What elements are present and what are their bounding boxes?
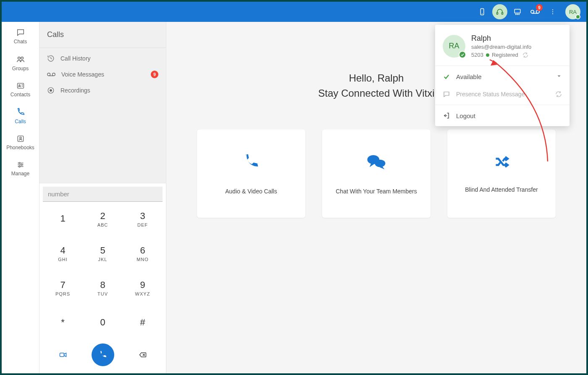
svg-point-12 — [552, 11, 553, 12]
card-chat[interactable]: Chat With Your Team Members — [322, 129, 430, 218]
sidebar-item-contacts[interactable]: Contacts — [2, 76, 39, 102]
calls-panel: Calls Call History Voice Messages 9 Reco… — [39, 22, 166, 373]
svg-point-17 — [18, 85, 20, 86]
video-icon — [58, 351, 68, 359]
sidebar-label: Chats — [14, 39, 27, 45]
svg-point-8 — [531, 10, 534, 13]
voice-messages-badge: 9 — [151, 71, 158, 78]
refresh-icon[interactable] — [555, 91, 562, 98]
presence-row — [435, 87, 570, 105]
chat-bubbles-icon — [366, 153, 387, 173]
key-1[interactable]: 1 — [43, 202, 83, 236]
key-6[interactable]: 6MNO — [123, 236, 163, 271]
sidebar-item-phonebooks[interactable]: Phonebooks — [2, 129, 39, 155]
sidebar-label: Phonebooks — [6, 145, 34, 151]
key-7[interactable]: 7PQRS — [43, 271, 83, 305]
refresh-icon[interactable] — [522, 52, 528, 58]
presence-dot-icon — [575, 14, 580, 19]
phonebook-icon — [16, 135, 25, 143]
history-icon — [47, 55, 55, 62]
presence-status-input[interactable] — [456, 91, 549, 98]
groups-icon — [16, 55, 26, 64]
sidebar-item-manage[interactable]: Manage — [2, 155, 39, 181]
status-dot-icon — [486, 53, 489, 57]
video-call-button[interactable] — [43, 340, 83, 370]
sub-item-label: Call History — [60, 55, 91, 62]
svg-point-7 — [519, 14, 520, 15]
headset-icon[interactable] — [492, 4, 507, 19]
presenter-icon[interactable] — [510, 4, 525, 19]
backspace-icon — [138, 351, 148, 359]
key-hash[interactable]: # — [123, 305, 163, 340]
popover-header: RA Ralph sales@dream-digital.info 5203 R… — [435, 25, 570, 66]
panel-sublist: Call History Voice Messages 9 Recordings — [39, 48, 166, 101]
sidebar-label: Contacts — [10, 92, 30, 98]
keypad: 1 2ABC 3DEF 4GHI 5JKL 6MNO 7PQRS 8TUV 9W… — [43, 202, 163, 340]
sub-item-label: Recordings — [60, 87, 90, 94]
svg-point-15 — [21, 57, 23, 60]
chevron-down-icon — [556, 73, 562, 80]
card-audio-video[interactable]: Audio & Video Calls — [197, 129, 305, 218]
sidebar-item-calls[interactable]: Calls — [2, 102, 39, 129]
popover-avatar: RA — [443, 35, 465, 58]
sidebar-rail: Chats Groups Contacts Calls Phonebooks M… — [2, 22, 39, 373]
more-menu-icon[interactable] — [545, 4, 560, 19]
svg-point-29 — [52, 73, 55, 76]
backspace-button[interactable] — [123, 340, 163, 370]
dial-number-input[interactable] — [43, 187, 163, 202]
svg-point-5 — [516, 14, 517, 15]
voicemail-badge: 9 — [536, 4, 543, 11]
extension-number: 5203 — [471, 52, 483, 58]
svg-point-6 — [517, 14, 518, 15]
check-icon — [459, 51, 466, 58]
key-5[interactable]: 5JKL — [83, 236, 123, 271]
sub-item-recordings[interactable]: Recordings — [39, 82, 166, 98]
call-button[interactable] — [83, 340, 123, 370]
popover-name: Ralph — [471, 34, 562, 43]
sidebar-item-groups[interactable]: Groups — [2, 49, 39, 76]
logout-icon — [443, 112, 450, 119]
availability-selector[interactable]: Available — [435, 66, 570, 87]
key-9[interactable]: 9WXYZ — [123, 271, 163, 305]
status-label: Registered — [492, 52, 518, 58]
key-3[interactable]: 3DEF — [123, 202, 163, 236]
shuffle-icon — [492, 154, 511, 171]
key-star[interactable]: * — [43, 305, 83, 340]
svg-point-25 — [21, 164, 22, 165]
sub-item-call-history[interactable]: Call History — [39, 50, 166, 66]
top-bar: 9 RA — [2, 2, 586, 22]
card-label: Audio & Video Calls — [225, 188, 277, 195]
svg-point-38 — [375, 160, 385, 167]
svg-point-11 — [552, 9, 553, 10]
sidebar-item-chats[interactable]: Chats — [2, 22, 39, 49]
svg-point-28 — [47, 73, 50, 76]
svg-rect-4 — [514, 9, 520, 13]
panel-title: Calls — [39, 22, 166, 48]
dial-actions — [43, 340, 163, 370]
sub-item-voice-messages[interactable]: Voice Messages 9 — [39, 66, 166, 82]
key-8[interactable]: 8TUV — [83, 271, 123, 305]
key-0[interactable]: 0 — [83, 305, 123, 340]
svg-rect-2 — [497, 13, 498, 15]
svg-marker-39 — [558, 75, 561, 77]
phone-icon — [16, 108, 25, 117]
sliders-icon — [16, 161, 25, 169]
sidebar-label: Manage — [11, 171, 29, 177]
popover-email: sales@dream-digital.info — [471, 44, 562, 50]
voicemail-icon[interactable]: 9 — [528, 4, 543, 19]
svg-rect-16 — [17, 83, 24, 88]
avatar-button[interactable]: RA — [565, 4, 580, 19]
popover-initials: RA — [449, 42, 459, 50]
logout-button[interactable]: Logout — [435, 105, 570, 126]
svg-marker-34 — [64, 353, 66, 357]
feature-cards: Audio & Video Calls Chat With Your Team … — [190, 129, 563, 218]
contacts-icon — [16, 82, 25, 90]
card-transfer[interactable]: Blind And Attended Transfer — [447, 129, 556, 218]
check-icon — [443, 73, 450, 80]
logout-label: Logout — [456, 112, 475, 119]
mobile-icon[interactable] — [475, 4, 490, 19]
svg-rect-33 — [60, 353, 64, 357]
key-4[interactable]: 4GHI — [43, 236, 83, 271]
chat-icon — [443, 90, 450, 98]
key-2[interactable]: 2ABC — [83, 202, 123, 236]
